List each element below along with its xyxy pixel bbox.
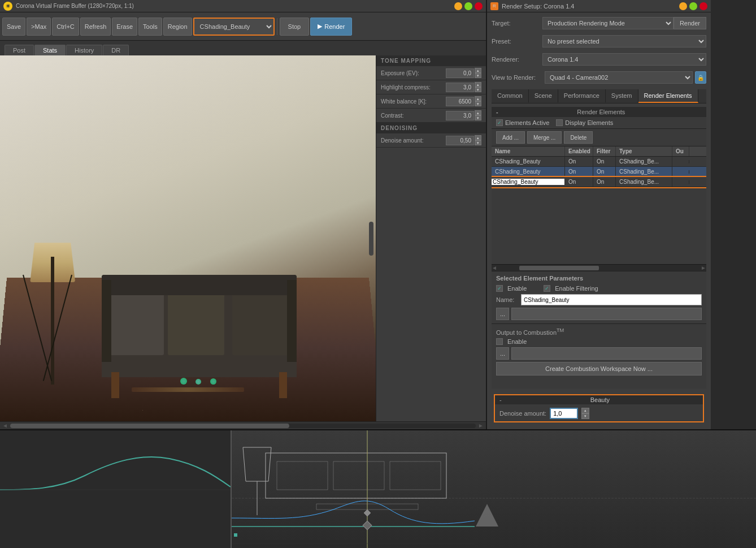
renderer-dropdown[interactable]: Corona 1.4: [542, 53, 706, 66]
delete-button[interactable]: Delete: [564, 131, 593, 144]
elements-active-checkbox[interactable]: [496, 119, 503, 126]
denoise-down[interactable]: ▾: [475, 140, 481, 145]
row3-filter: On: [593, 177, 616, 187]
sep-name-input[interactable]: [521, 294, 702, 305]
stop-button[interactable]: Stop: [280, 18, 310, 36]
render-setup-render-btn[interactable]: Render: [674, 17, 706, 29]
white-balance-up[interactable]: ▴: [475, 96, 481, 101]
tab-dr[interactable]: DR: [103, 45, 129, 55]
tools-button[interactable]: Tools: [138, 18, 162, 36]
svg-rect-5: [333, 461, 384, 490]
vfb-close-btn[interactable]: [475, 2, 483, 10]
otc-enable-check[interactable]: Enable: [496, 338, 527, 345]
sep-path-input[interactable]: [511, 308, 702, 320]
col-enabled: Enabled: [565, 146, 593, 156]
target-row: Target: Production Rendering Mode Render: [492, 17, 706, 29]
re-scrollbar-thumb[interactable]: [519, 266, 599, 270]
tab-scene[interactable]: Scene: [529, 89, 558, 103]
row3-ou: [672, 180, 689, 184]
beauty-spin-up[interactable]: ▴: [581, 408, 589, 413]
display-elements-checkbox[interactable]: [556, 119, 563, 126]
re-scroll-left-icon[interactable]: ◄: [492, 265, 497, 271]
denoise-up[interactable]: ▴: [475, 135, 481, 140]
sep-dots-btn[interactable]: ...: [496, 308, 509, 320]
table-row[interactable]: On On CShading_Be...: [492, 177, 706, 187]
re-scroll-right-icon[interactable]: ►: [701, 265, 706, 271]
tab-history[interactable]: History: [66, 45, 102, 55]
region-button[interactable]: Region: [163, 18, 192, 36]
tab-performance[interactable]: Performance: [558, 89, 606, 103]
max-button[interactable]: >Max: [27, 18, 51, 36]
sep-filtering-check[interactable]: Enable Filtering: [544, 285, 598, 292]
target-dropdown[interactable]: Production Rendering Mode: [542, 17, 674, 29]
view-render-dropdown[interactable]: Quad 4 - Camera002: [545, 71, 693, 84]
ctrlc-button[interactable]: Ctrl+C: [52, 18, 79, 36]
sep-enable-label: Enable: [507, 285, 527, 292]
highlight-input[interactable]: [446, 83, 474, 92]
merge-button[interactable]: Merge ...: [527, 131, 562, 144]
otc-dots-btn[interactable]: ...: [496, 347, 509, 360]
vfb-horizontal-scrollbar[interactable]: ◄ ►: [0, 421, 486, 429]
scrollbar-track[interactable]: [10, 424, 476, 428]
row1-ou: [672, 160, 689, 163]
exposure-value-group: ▴ ▾: [446, 68, 481, 78]
highlight-down[interactable]: ▾: [475, 87, 481, 92]
otc-enable-checkbox[interactable]: [496, 338, 503, 345]
exposure-down[interactable]: ▾: [475, 73, 481, 78]
re-collapse-btn[interactable]: -: [496, 109, 498, 115]
re-table-rows: CShading_Beauty On On CShading_Be... CSh…: [492, 157, 706, 264]
beauty-spin-down[interactable]: ▾: [581, 413, 589, 419]
white-balance-input[interactable]: [446, 97, 474, 106]
refresh-button[interactable]: Refresh: [80, 18, 111, 36]
render-elements-panel: - Render Elements Elements Active Displa…: [492, 107, 706, 389]
beauty-denoise-input[interactable]: [550, 408, 578, 419]
scroll-left-icon[interactable]: ◄: [2, 422, 8, 429]
contrast-down[interactable]: ▾: [475, 115, 481, 120]
re-scrollbar[interactable]: ◄ ►: [492, 264, 706, 271]
rs-maximize-btn[interactable]: [689, 2, 697, 10]
vfb-maximize-btn[interactable]: [464, 2, 472, 10]
row3-name: [492, 179, 565, 185]
sofa-body: [102, 275, 297, 377]
col-ou: Ou: [672, 146, 689, 156]
sep-filtering-checkbox[interactable]: [544, 285, 550, 292]
rs-minimize-btn[interactable]: [679, 2, 687, 10]
sep-enable-check[interactable]: Enable: [496, 285, 527, 292]
contrast-up[interactable]: ▴: [475, 110, 481, 115]
view-lock-button[interactable]: 🔒: [695, 71, 706, 84]
re-scrollbar-track[interactable]: [499, 266, 698, 270]
exposure-input[interactable]: [446, 68, 474, 78]
scroll-right-icon[interactable]: ►: [478, 422, 484, 429]
vertical-scrollbar-thumb[interactable]: [369, 222, 373, 256]
row3-name-input[interactable]: [492, 179, 564, 185]
elements-active-label: Elements Active: [505, 119, 549, 126]
save-button[interactable]: Save: [2, 18, 25, 36]
render-button[interactable]: ▶ Render: [310, 18, 352, 36]
white-balance-down[interactable]: ▾: [475, 101, 481, 106]
add-button[interactable]: Add ...: [496, 131, 525, 144]
preset-dropdown[interactable]: No preset selected: [542, 35, 706, 48]
tab-post[interactable]: Post: [5, 45, 34, 55]
display-elements-check[interactable]: Display Elements: [556, 119, 613, 126]
table-row[interactable]: CShading_Beauty On On CShading_Be...: [492, 157, 706, 167]
exposure-up[interactable]: ▴: [475, 68, 481, 73]
denoise-input[interactable]: [446, 136, 474, 145]
timeline-viewport: [232, 430, 756, 548]
tab-common[interactable]: Common: [492, 89, 529, 103]
tab-system[interactable]: System: [606, 89, 638, 103]
vfb-minimize-btn[interactable]: [454, 2, 462, 10]
lamp-stand: [51, 257, 54, 385]
erase-button[interactable]: Erase: [112, 18, 137, 36]
table-row[interactable]: CShading_Beauty On On CShading_Be...: [492, 167, 706, 177]
create-combustion-btn[interactable]: Create Combustion Workspace Now ...: [496, 362, 702, 376]
highlight-up[interactable]: ▴: [475, 82, 481, 87]
sep-enable-checkbox[interactable]: [496, 285, 503, 292]
elements-active-check[interactable]: Elements Active: [496, 119, 549, 126]
tab-render-elements[interactable]: Render Elements: [638, 89, 698, 103]
contrast-input[interactable]: [446, 111, 474, 120]
rs-close-btn[interactable]: [699, 2, 707, 10]
channel-select[interactable]: CShading_Beauty: [194, 19, 273, 34]
otc-path-input[interactable]: [511, 347, 702, 360]
tab-stats[interactable]: Stats: [34, 45, 66, 55]
scrollbar-thumb[interactable]: [10, 424, 290, 428]
